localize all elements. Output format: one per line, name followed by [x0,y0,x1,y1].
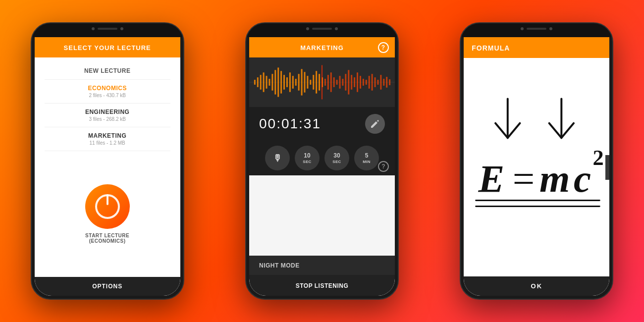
microphone-icon: 🎙 [273,154,282,162]
formula-drawing: E = m c 2 [464,58,609,276]
svg-rect-1 [254,80,256,85]
svg-rect-22 [316,71,317,93]
svg-rect-30 [336,80,338,85]
lecture-name-engineering: ENGINEERING [45,108,170,115]
svg-rect-48 [389,79,390,85]
svg-rect-34 [348,70,349,94]
svg-rect-2 [257,77,259,87]
svg-rect-38 [360,76,361,89]
skip-5-min: MIN [363,160,371,164]
svg-line-51 [508,123,520,138]
phone1-content: NEW LECTURE ECONOMICS 2 files - 430.7 kB… [35,57,180,277]
camera-bar-2 [246,27,398,30]
svg-rect-27 [327,75,329,90]
phone3-footer[interactable]: OK [464,276,609,296]
svg-rect-29 [333,77,335,87]
camera-bar-1 [32,27,183,30]
svg-rect-20 [310,80,311,85]
night-mode-help[interactable]: ? [378,161,389,172]
svg-rect-47 [386,77,387,88]
microphone-button[interactable]: 🎙 [265,146,290,170]
lecture-item-marketing[interactable]: MARKETING 11 files - 1.2 MB [45,127,170,151]
svg-rect-5 [266,76,268,89]
svg-rect-13 [289,72,291,92]
phone2-mid [249,175,395,256]
svg-rect-6 [268,79,270,86]
skip-30-label: 30 [333,153,340,159]
help-button[interactable]: ? [378,42,389,53]
lecture-item-engineering[interactable]: ENGINEERING 3 files - 268.2 kB [45,104,170,127]
svg-rect-45 [380,75,381,90]
lecture-item-new[interactable]: NEW LECTURE [45,62,170,80]
svg-rect-17 [301,69,303,95]
start-lecture-label: START LECTURE(ECONOMICS) [85,233,129,244]
svg-rect-15 [295,79,297,86]
svg-rect-11 [283,75,285,90]
power-btn-container: START LECTURE(ECONOMICS) [85,151,130,277]
stop-listening-row[interactable]: STOP LISTENING [249,275,395,296]
svg-rect-16 [298,74,300,91]
skip-back-30-button[interactable]: 30 SEC [324,146,349,170]
phone-1-screen: SELECT YOUR LECTURE NEW LECTURE ECONOMIC… [35,37,180,296]
cam-dot-right [120,27,123,30]
phone-3-screen: FORMULA E = m c [464,37,609,296]
side-scroll-button[interactable] [605,155,609,180]
phone1-footer[interactable]: OPTIONS [35,277,180,296]
svg-rect-28 [330,72,332,92]
cam-dot-left-3 [521,27,524,30]
svg-rect-44 [377,80,378,85]
controls-area: 🎙 10 SEC 30 SEC 5 MIN [249,141,395,175]
svg-line-54 [562,123,574,138]
svg-rect-14 [292,76,294,89]
svg-rect-10 [280,71,282,93]
lecture-name-marketing: MARKETING [45,132,170,139]
cam-dot-right-2 [335,27,338,30]
formula-content: E = m c 2 [464,58,609,276]
speaker-2 [312,28,332,30]
stop-listening-label: STOP LISTENING [296,282,349,289]
svg-rect-37 [357,72,358,92]
svg-rect-33 [345,74,346,91]
skip-5-label: 5 [365,153,369,159]
edit-button[interactable] [365,114,385,134]
camera-bar-3 [461,27,612,30]
svg-rect-41 [369,76,370,89]
skip-5min-button[interactable]: 5 MIN [354,146,379,170]
skip-30-sec: SEC [332,160,341,164]
speaker [98,28,117,30]
svg-rect-7 [271,74,273,91]
phone-2-screen: MARKETING ? [249,37,395,296]
lecture-item-economics[interactable]: ECONOMICS 2 files - 430.7 kB [45,80,170,104]
svg-rect-46 [383,79,384,86]
svg-line-50 [495,123,508,138]
waveform-svg [249,65,395,100]
svg-rect-43 [375,77,376,87]
svg-rect-12 [286,77,288,87]
night-mode-row: NIGHT MODE ? [249,256,395,275]
svg-rect-42 [372,74,373,91]
phone-2: MARKETING ? [245,22,399,300]
waveform-area [249,57,395,107]
start-lecture-button[interactable] [85,184,130,229]
svg-rect-4 [263,72,265,92]
svg-rect-8 [274,70,276,94]
lecture-meta-marketing: 11 files - 1.2 MB [45,140,170,146]
svg-text:2: 2 [593,145,604,170]
svg-rect-9 [277,67,279,97]
night-mode-label: NIGHT MODE [259,262,300,269]
svg-rect-31 [339,76,341,89]
svg-rect-36 [354,77,355,87]
lecture-name-new: NEW LECTURE [45,67,170,74]
cam-dot-left [92,27,95,30]
skip-back-10-button[interactable]: 10 SEC [295,146,320,170]
svg-text:m: m [539,157,570,200]
svg-text:=: = [513,157,535,200]
phone1-header: SELECT YOUR LECTURE [35,37,180,57]
lecture-name-economics: ECONOMICS [45,85,170,92]
svg-rect-40 [366,80,367,85]
lecture-meta-engineering: 3 files - 268.2 kB [45,116,170,122]
svg-text:E: E [478,157,505,200]
svg-rect-23 [319,74,320,91]
svg-rect-39 [363,79,364,86]
phone2-title: MARKETING [300,44,344,52]
